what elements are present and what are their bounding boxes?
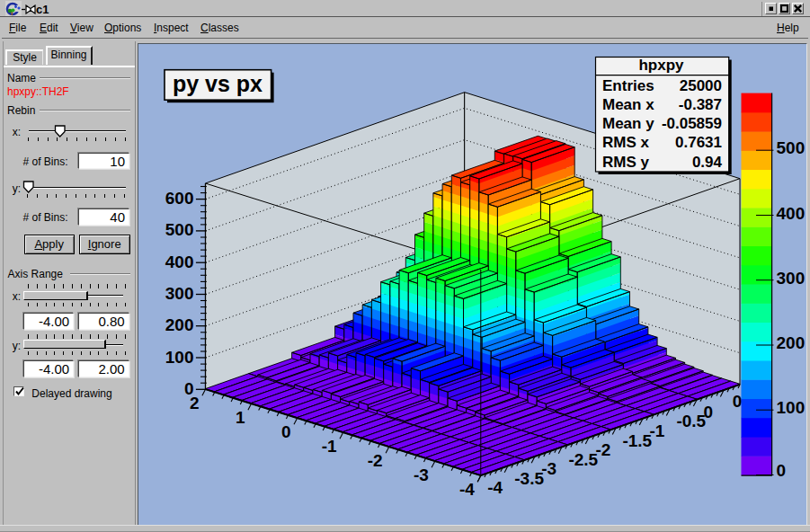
svg-text:-2: -2	[368, 451, 383, 470]
svg-text:0: 0	[733, 392, 743, 411]
svg-text:0: 0	[281, 422, 291, 441]
svg-text:Entries: Entries	[602, 77, 654, 94]
svg-text:hpxpy: hpxpy	[638, 57, 684, 74]
svg-text:100: 100	[777, 398, 806, 417]
svg-text:-2.5: -2.5	[568, 450, 598, 469]
svg-text:100: 100	[165, 348, 194, 367]
svg-text:0: 0	[704, 403, 714, 421]
svg-text:300: 300	[777, 269, 806, 288]
svg-text:-3: -3	[541, 459, 556, 478]
svg-text:600: 600	[165, 189, 194, 208]
svg-text:0: 0	[777, 461, 787, 480]
svg-text:-1.5: -1.5	[622, 431, 652, 450]
svg-text:1: 1	[236, 408, 245, 427]
svg-text:-0.05859: -0.05859	[662, 115, 722, 132]
svg-text:RMS x: RMS x	[602, 134, 650, 151]
svg-text:0.94: 0.94	[692, 154, 723, 171]
svg-text:300: 300	[165, 284, 194, 303]
svg-text:-0.5: -0.5	[676, 412, 706, 430]
svg-text:-3.5: -3.5	[514, 469, 544, 488]
svg-text:-0.387: -0.387	[679, 96, 722, 113]
svg-text:-3: -3	[414, 466, 429, 484]
svg-text:RMS y: RMS y	[602, 154, 650, 171]
svg-text:400: 400	[777, 204, 806, 223]
svg-text:200: 200	[777, 333, 806, 352]
svg-text:500: 500	[165, 220, 194, 239]
svg-text:400: 400	[165, 253, 194, 271]
svg-text:-2: -2	[595, 440, 610, 459]
svg-text:200: 200	[165, 315, 194, 334]
svg-text:25000: 25000	[680, 77, 722, 94]
svg-text:-4: -4	[459, 480, 475, 499]
svg-text:0.7631: 0.7631	[675, 134, 722, 151]
svg-text:Mean y: Mean y	[602, 115, 654, 132]
svg-text:500: 500	[777, 138, 806, 157]
svg-text:-1: -1	[649, 421, 664, 440]
svg-text:-1: -1	[322, 437, 337, 456]
svg-text:-4: -4	[487, 478, 503, 497]
svg-text:2: 2	[190, 394, 200, 412]
svg-text:Mean x: Mean x	[602, 96, 654, 113]
svg-text:py vs px: py vs px	[173, 71, 263, 96]
